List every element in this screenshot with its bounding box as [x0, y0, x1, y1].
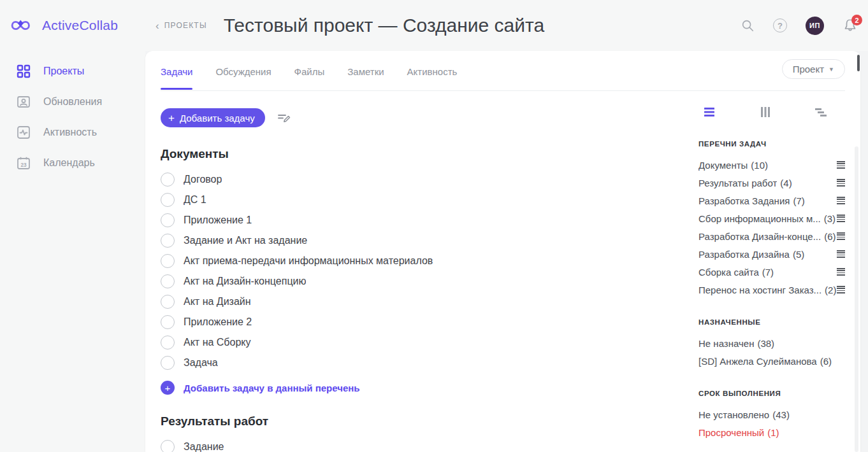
task-checkbox[interactable]: [161, 440, 175, 452]
sidebar-item-label: Проекты: [43, 66, 84, 77]
add-task-to-list-link[interactable]: +Добавить задачу в данный перечень: [161, 381, 669, 395]
project-panel: Задачи Обсуждения Файлы Заметки Активнос…: [145, 51, 860, 452]
sidebar-item-updates[interactable]: Обновления: [0, 87, 145, 117]
task-row: Приложение 1: [161, 210, 669, 230]
task-name[interactable]: Акт приема-передачи информационных матер…: [184, 255, 433, 267]
breadcrumb[interactable]: ‹ Проекты: [156, 20, 207, 31]
filter-section: НАЗНАЧЕННЫЕНе назначен(38)[SD] Анжела Су…: [698, 318, 845, 370]
search-icon[interactable]: [741, 18, 755, 32]
filter-item[interactable]: Просроченный(1): [698, 423, 845, 441]
task-name[interactable]: Акт на Сборку: [184, 337, 251, 348]
plus-icon: +: [168, 113, 175, 124]
filter-item[interactable]: Разработка Дизайна(5): [698, 245, 845, 263]
filter-item[interactable]: Сборка сайта(7): [698, 263, 845, 281]
add-task-button[interactable]: + Добавить задачу: [161, 108, 265, 127]
vertical-scrollbar[interactable]: [857, 55, 860, 71]
task-checkbox[interactable]: [161, 356, 175, 370]
filter-item-name: Документы: [698, 160, 748, 171]
list-view-icon[interactable]: [704, 106, 716, 118]
add-task-label: Добавить задачу: [180, 113, 255, 124]
projects-grid-icon: [17, 64, 31, 78]
filter-item[interactable]: Разработка Дизайн-конце...(6): [698, 227, 845, 245]
filter-item-name: Разработка Дизайна: [698, 249, 790, 260]
back-chevron-icon: ‹: [156, 20, 159, 31]
filter-section: СРОК ВЫПОЛНЕНИЯНе установлено(43)Просроч…: [698, 390, 845, 441]
drag-handle-icon[interactable]: [837, 161, 845, 169]
drag-handle-icon[interactable]: [837, 232, 845, 240]
filter-item-count: (10): [751, 160, 768, 171]
brand-logo[interactable]: ActiveCollab: [0, 15, 145, 36]
task-checkbox[interactable]: [161, 173, 175, 187]
panel-scroll-track[interactable]: [855, 146, 858, 452]
header-icons: ? ИП 2: [741, 17, 868, 35]
help-icon[interactable]: ?: [773, 18, 787, 32]
avatar[interactable]: ИП: [806, 17, 824, 35]
column-view-icon[interactable]: [759, 106, 772, 118]
filter-item[interactable]: Результаты работ(4): [698, 174, 845, 192]
project-menu-label: Проект: [793, 64, 824, 74]
drag-handle-icon[interactable]: [837, 250, 845, 258]
task-name[interactable]: Акт на Дизайн: [184, 296, 251, 307]
project-tabs: Задачи Обсуждения Файлы Заметки Активнос…: [161, 51, 845, 91]
task-checkbox[interactable]: [161, 335, 175, 350]
task-row: Акт на Дизайн: [161, 292, 669, 312]
task-list-area: + Добавить задачу ДокументыДоговорДС 1Пр…: [161, 91, 688, 452]
project-menu-button[interactable]: Проект ▼: [782, 59, 845, 79]
task-checkbox[interactable]: [161, 295, 175, 309]
drag-handle-icon[interactable]: [837, 215, 845, 222]
filter-item-name: Разработка Задания: [698, 195, 790, 206]
drag-handle-icon[interactable]: [837, 197, 845, 204]
filter-item-count: (2): [825, 285, 836, 295]
filter-item-count: (6): [820, 356, 832, 367]
sidebar-item-label: Обновления: [43, 96, 102, 108]
task-name[interactable]: Акт на Дизайн-концепцию: [184, 276, 306, 287]
task-name[interactable]: ДС 1: [184, 194, 206, 206]
filter-item-name: Сборка сайта: [698, 267, 759, 278]
timeline-view-icon[interactable]: [814, 106, 827, 118]
filter-item-name: Сбор информационных м...: [698, 213, 821, 224]
task-name[interactable]: Договор: [184, 174, 222, 185]
drag-handle-icon[interactable]: [837, 179, 845, 187]
task-name[interactable]: Приложение 1: [184, 215, 252, 226]
filter-item[interactable]: Разработка Задания(7): [698, 192, 845, 209]
drag-handle-icon[interactable]: [837, 286, 845, 293]
filter-item[interactable]: Сбор информационных м...(3): [698, 209, 845, 227]
tab-notes[interactable]: Заметки: [347, 66, 384, 89]
filter-item-count: (7): [793, 195, 804, 206]
task-checkbox[interactable]: [161, 213, 175, 227]
tab-discussions[interactable]: Обсуждения: [215, 66, 271, 89]
task-checkbox[interactable]: [161, 254, 175, 268]
right-panel: ПЕРЕЧНИ ЗАДАЧДокументы(10)Результаты раб…: [688, 91, 845, 452]
edit-tasks-icon[interactable]: [277, 111, 291, 125]
activecollab-logo-icon: [9, 15, 38, 36]
filter-item[interactable]: Перенос на хостинг Заказ...(2): [698, 281, 845, 299]
filter-item-count: (1): [767, 427, 779, 438]
task-checkbox[interactable]: [161, 274, 175, 288]
task-checkbox[interactable]: [161, 193, 175, 207]
task-checkbox[interactable]: [161, 315, 175, 329]
notifications-bell-icon[interactable]: 2: [843, 18, 858, 33]
filter-item[interactable]: [SD] Анжела Сулейманова(6): [698, 352, 845, 370]
tab-files[interactable]: Файлы: [294, 66, 325, 89]
filter-item[interactable]: Документы(10): [698, 156, 845, 174]
tab-tasks[interactable]: Задачи: [161, 66, 192, 89]
drag-handle-icon[interactable]: [837, 268, 845, 276]
sidebar-item-projects[interactable]: Проекты: [0, 56, 145, 87]
task-name[interactable]: Задача: [184, 357, 218, 369]
task-checkbox[interactable]: [161, 234, 175, 248]
sidebar-item-activity[interactable]: Активность: [0, 117, 145, 148]
svg-text:23: 23: [20, 162, 27, 168]
filter-item-name: Перенос на хостинг Заказ...: [698, 285, 821, 295]
filter-item-count: (4): [780, 178, 792, 188]
filter-item[interactable]: Не установлено(43): [698, 406, 845, 423]
tab-activity[interactable]: Активность: [407, 66, 458, 89]
filter-item-count: (6): [824, 231, 835, 242]
task-row: ДС 1: [161, 190, 669, 210]
sidebar-item-calendar[interactable]: 23 Календарь: [0, 148, 145, 178]
task-name[interactable]: Приложение 2: [184, 316, 252, 328]
sidebar: Проекты Обновления Активность: [0, 51, 145, 452]
task-name[interactable]: Задание: [184, 441, 224, 452]
filter-item-count: (7): [762, 267, 774, 278]
task-name[interactable]: Задание и Акт на задание: [184, 235, 307, 246]
filter-item[interactable]: Не назначен(38): [698, 334, 845, 352]
